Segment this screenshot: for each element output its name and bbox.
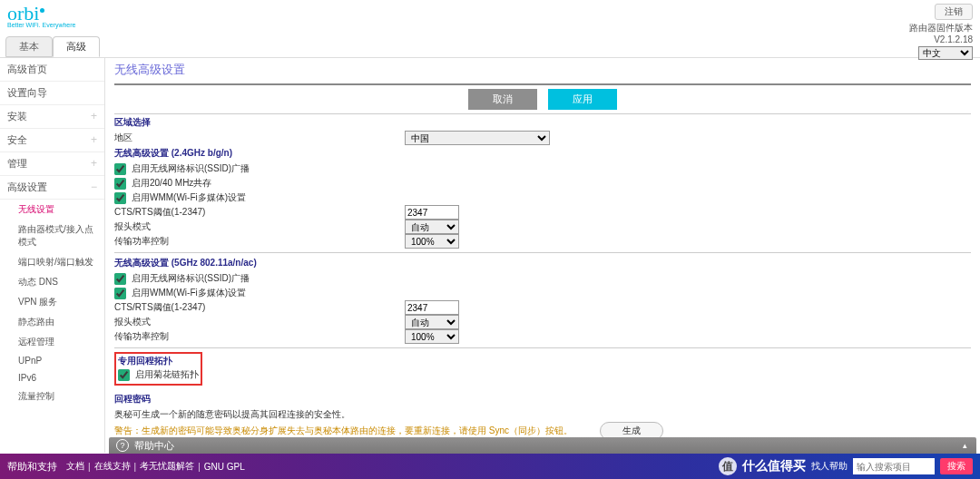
pwd-desc1: 奥秘可生成一个新的随意密码以提高其回程连接的安全性。 xyxy=(114,407,971,422)
help-center-bar[interactable]: ? 帮助中心 ▴ xyxy=(109,437,976,454)
footer-search-button[interactable]: 搜索 xyxy=(940,458,973,474)
firmware-label: 路由器固件版本 xyxy=(909,23,973,33)
cts-5g-input[interactable] xyxy=(405,300,459,315)
cts-5g-label: CTS/RTS阈值(1-2347) xyxy=(114,301,405,314)
top-tabs: 基本 高级 xyxy=(0,36,980,57)
plus-icon: + xyxy=(91,157,97,170)
preamble-5g-label: 报头模式 xyxy=(114,316,405,328)
firmware-version: V2.1.2.18 xyxy=(934,34,973,44)
logout-button[interactable]: 注销 xyxy=(935,4,973,20)
sidebar-sub-wireless[interactable]: 无线设置 xyxy=(11,200,104,220)
divider xyxy=(114,347,971,348)
sidebar-sub-static-route[interactable]: 静态路由 xyxy=(11,312,104,332)
sidebar-sub-traffic[interactable]: 流量控制 xyxy=(11,386,104,406)
txpower-5g-select[interactable]: 100% xyxy=(405,329,459,344)
footer-link-docs[interactable]: 文档 xyxy=(66,460,84,473)
cts-24g-label: CTS/RTS阈值(1-2347) xyxy=(114,206,405,219)
logo-block: orbi Better WiFi. Everywhere xyxy=(7,4,75,28)
preamble-5g-select[interactable]: 自动 xyxy=(405,315,459,329)
footer: 帮助和支持 文档| 在线支持| 考无忧题解答| GNU GPL 值 什么值得买 … xyxy=(0,454,980,479)
footer-link-faq[interactable]: 考无忧题解答 xyxy=(140,460,194,473)
sidebar-sub-port-forward[interactable]: 端口映射/端口触发 xyxy=(11,252,104,272)
sidebar-item-install[interactable]: 安装+ xyxy=(0,105,104,129)
tab-advanced[interactable]: 高级 xyxy=(53,36,100,57)
backhaul-highlight: 专用回程拓扑 启用菊花链拓扑 xyxy=(114,352,202,386)
sidebar-item-setup-wizard[interactable]: 设置向导 xyxy=(0,82,104,105)
chk-daisy-chain-box[interactable] xyxy=(118,369,130,381)
chk-24g-coexist-box[interactable] xyxy=(114,178,126,190)
preamble-24g-label: 报头模式 xyxy=(114,220,405,233)
section-pwd-title: 回程密码 xyxy=(114,393,971,406)
smzdm-icon: 值 xyxy=(719,457,737,475)
tab-basic[interactable]: 基本 xyxy=(5,36,53,57)
plus-icon: + xyxy=(91,133,97,146)
chk-5g-ssid[interactable]: 启用无线网络标识(SSID)广播 xyxy=(114,272,250,285)
brand-tagline: Better WiFi. Everywhere xyxy=(7,22,75,28)
txpower-5g-label: 传输功率控制 xyxy=(114,330,405,343)
page-title: 无线高级设置 xyxy=(114,60,971,85)
footer-search-input[interactable] xyxy=(853,458,935,474)
footer-link-online[interactable]: 在线支持 xyxy=(94,460,131,473)
minus-icon: − xyxy=(91,181,97,193)
chk-24g-wmm-box[interactable] xyxy=(114,192,126,204)
chk-24g-wmm[interactable]: 启用WMM(Wi-Fi多媒体)设置 xyxy=(114,191,246,204)
smzdm-text: 什么值得买 xyxy=(742,458,806,474)
plus-icon: + xyxy=(91,110,97,122)
section-24g-title: 无线高级设置 (2.4GHz b/g/n) xyxy=(114,147,971,160)
pwd-warn: 警告：生成新的密码可能导致奥秘分身扩展失去与奥秘本体路由的连接，要重新连接，请使… xyxy=(114,425,573,437)
sidebar-sub-vpn[interactable]: VPN 服务 xyxy=(11,292,104,312)
chk-24g-coexist[interactable]: 启用20/40 MHz共存 xyxy=(114,177,211,190)
divider xyxy=(114,252,971,253)
chk-daisy-chain[interactable]: 启用菊花链拓扑 xyxy=(118,368,199,381)
help-icon: ? xyxy=(116,439,129,452)
chk-5g-ssid-box[interactable] xyxy=(114,273,126,285)
preamble-24g-select[interactable]: 自动 xyxy=(405,220,459,234)
sidebar-item-manage[interactable]: 管理+ xyxy=(0,152,104,176)
sidebar-sub-ddns[interactable]: 动态 DNS xyxy=(11,272,104,292)
sidebar-sub-remote-mgmt[interactable]: 远程管理 xyxy=(11,332,104,352)
section-5g-title: 无线高级设置 (5GHz 802.11a/n/ac) xyxy=(114,257,971,269)
footer-find-help[interactable]: 找人帮助 xyxy=(811,460,848,473)
chk-24g-ssid[interactable]: 启用无线网络标识(SSID)广播 xyxy=(114,162,250,175)
txpower-24g-select[interactable]: 100% xyxy=(405,234,459,249)
txpower-24g-label: 传输功率控制 xyxy=(114,235,405,248)
sidebar-sub-upnp[interactable]: UPnP xyxy=(11,352,104,369)
main-panel: 无线高级设置 取消 应用 区域选择 地区 中国 无线高级设置 (2.4GHz b… xyxy=(105,58,980,453)
chk-5g-wmm[interactable]: 启用WMM(Wi-Fi多媒体)设置 xyxy=(114,287,246,299)
cts-24g-input[interactable] xyxy=(405,205,459,220)
footer-link-gpl[interactable]: GNU GPL xyxy=(204,462,245,472)
apply-button[interactable]: 应用 xyxy=(548,89,617,110)
sidebar-sub-router-mode[interactable]: 路由器模式/接入点模式 xyxy=(11,220,104,252)
footer-help-support[interactable]: 帮助和支持 xyxy=(7,460,57,474)
action-bar: 取消 应用 xyxy=(114,85,971,114)
header: orbi Better WiFi. Everywhere 注销 路由器固件版本 … xyxy=(0,0,980,36)
chk-24g-ssid-box[interactable] xyxy=(114,163,126,175)
sidebar-sub-ipv6[interactable]: IPv6 xyxy=(11,369,104,386)
sidebar-item-adv-settings[interactable]: 高级设置− xyxy=(0,176,104,200)
section-backhaul-title: 专用回程拓扑 xyxy=(118,355,199,367)
sidebar: 高级首页 设置向导 安装+ 安全+ 管理+ 高级设置− 无线设置 路由器模式/接… xyxy=(0,58,105,453)
region-label: 地区 xyxy=(114,132,405,144)
section-region-title: 区域选择 xyxy=(114,116,971,129)
sidebar-item-adv-home[interactable]: 高级首页 xyxy=(0,58,104,82)
help-label: 帮助中心 xyxy=(134,439,174,453)
region-select[interactable]: 中国 xyxy=(405,131,550,145)
chevron-up-icon: ▴ xyxy=(963,441,967,450)
chk-5g-wmm-box[interactable] xyxy=(114,288,126,299)
cancel-button[interactable]: 取消 xyxy=(468,89,537,110)
sidebar-item-security[interactable]: 安全+ xyxy=(0,129,104,152)
header-right: 注销 路由器固件版本 V2.1.2.18 中文 xyxy=(909,4,973,60)
